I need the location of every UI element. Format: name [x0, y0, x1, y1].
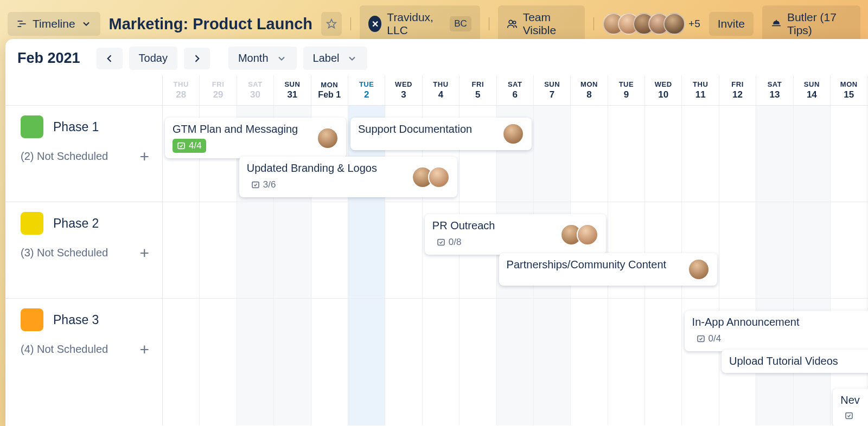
card-title: Support Documentation: [358, 123, 472, 135]
timeline-card[interactable]: Partnerships/Community Content: [499, 253, 717, 286]
board-title[interactable]: Marketing: Product Launch: [109, 15, 312, 33]
add-card-button[interactable]: +: [136, 344, 152, 355]
chevron-right-icon: [192, 53, 202, 64]
lane-color-swatch: [21, 212, 43, 235]
org-switcher[interactable]: Travidux, LLC BC: [360, 5, 480, 42]
day-column-header: MONFeb 1: [311, 75, 348, 105]
view-label: Timeline: [33, 17, 75, 30]
card-title: PR Outreach: [432, 220, 495, 232]
day-column-header: SUN7: [534, 75, 571, 105]
lane-header: Phase 2 (3) Not Scheduled +: [5, 202, 162, 299]
avatar[interactable]: [317, 127, 339, 149]
card-title: GTM Plan and Messaging: [173, 123, 298, 135]
day-header: THU28FRI29SAT30SUN31MONFeb 1TUE2WED3THU4…: [163, 75, 868, 106]
timeline-grid[interactable]: THU28FRI29SAT30SUN31MONFeb 1TUE2WED3THU4…: [163, 75, 868, 425]
card-title: Nev: [840, 394, 861, 406]
chevron-left-icon: [104, 53, 115, 64]
timeline-card[interactable]: Updated Branding & Logos3/6: [239, 157, 457, 197]
day-column-header: TUE9: [608, 75, 645, 105]
group-dropdown[interactable]: Label: [303, 47, 368, 70]
card-title: In-App Announcement: [692, 316, 800, 328]
card-avatars: [412, 166, 450, 188]
day-column-header: SUN14: [794, 75, 831, 105]
timeline-icon: [16, 18, 27, 29]
checklist-badge: 0/4: [692, 332, 726, 346]
svg-point-5: [513, 21, 515, 24]
day-column-header: THU28: [163, 75, 200, 105]
svg-point-4: [509, 20, 513, 24]
timeline-card[interactable]: Nev: [833, 389, 868, 425]
current-month-label: Feb 2021: [17, 50, 80, 67]
add-card-button[interactable]: +: [136, 248, 152, 259]
today-label: Today: [139, 52, 168, 64]
day-column-header: WED3: [385, 75, 422, 105]
zoom-label: Month: [238, 52, 269, 64]
timeline-card[interactable]: In-App Announcement0/4: [685, 311, 868, 351]
card-avatars: [502, 123, 524, 145]
lane-header: Phase 1 (2) Not Scheduled +: [5, 106, 162, 202]
divider: [350, 17, 351, 30]
day-column-header: MON8: [571, 75, 608, 105]
org-name: Travidux, LLC: [387, 11, 444, 37]
day-column-header: SAT30: [237, 75, 274, 105]
avatar[interactable]: [688, 259, 710, 280]
day-column-header: SAT13: [756, 75, 793, 105]
card-avatars: [560, 224, 598, 246]
checklist-badge: 0/8: [432, 235, 466, 249]
visibility-button[interactable]: Team Visible: [498, 5, 585, 42]
org-plan-chip: BC: [450, 16, 471, 31]
card-avatars: [317, 127, 339, 149]
lane-color-swatch: [21, 115, 43, 138]
lane-header: Phase 3 (4) Not Scheduled +: [5, 299, 162, 426]
today-button[interactable]: Today: [129, 47, 177, 70]
add-card-button[interactable]: +: [136, 151, 152, 162]
timeline-card[interactable]: Support Documentation: [350, 118, 532, 150]
avatar[interactable]: [502, 123, 524, 145]
not-scheduled-count[interactable]: (4) Not Scheduled: [21, 343, 108, 356]
avatar-overflow-count[interactable]: +5: [688, 18, 700, 30]
day-column-header: WED10: [645, 75, 682, 105]
checklist-badge: 3/6: [247, 178, 280, 192]
zoom-dropdown[interactable]: Month: [228, 47, 297, 70]
card-title: Upload Tutorial Videos: [729, 355, 838, 367]
divider: [489, 17, 489, 30]
day-column-header: SUN31: [274, 75, 311, 105]
chevron-down-icon: [276, 53, 287, 64]
star-icon: [326, 18, 337, 29]
timeline-card[interactable]: Upload Tutorial Videos: [722, 350, 868, 373]
butler-button[interactable]: Butler (17 Tips): [762, 5, 860, 42]
butler-icon: [771, 18, 782, 29]
avatar[interactable]: [577, 224, 598, 246]
day-column-header: SAT6: [497, 75, 534, 105]
lane-sidebar: Phase 1 (2) Not Scheduled + Phase 2 (3) …: [5, 75, 163, 425]
org-logo-icon: [368, 16, 381, 32]
card-avatars: [688, 259, 710, 280]
prev-button[interactable]: [97, 48, 123, 69]
day-column-header: TUE2: [348, 75, 385, 105]
day-column-header: MON15: [831, 75, 867, 105]
avatar[interactable]: [428, 166, 450, 188]
day-column-header: FRI5: [459, 75, 496, 105]
invite-label: Invite: [718, 17, 745, 30]
timeline-card[interactable]: PR Outreach0/8: [425, 214, 606, 255]
day-column-header: FRI29: [200, 75, 237, 105]
divider: [593, 17, 594, 30]
visibility-label: Team Visible: [523, 11, 577, 37]
card-title: Partnerships/Community Content: [507, 259, 667, 271]
timeline-card[interactable]: GTM Plan and Messaging4/4: [165, 118, 346, 158]
lane-name: Phase 2: [53, 216, 99, 231]
lane-name: Phase 3: [53, 313, 99, 327]
day-column-header: FRI12: [719, 75, 756, 105]
next-button[interactable]: [184, 48, 210, 69]
view-switcher[interactable]: Timeline: [8, 12, 100, 36]
group-label: Label: [313, 52, 340, 64]
avatar[interactable]: [663, 13, 685, 35]
not-scheduled-count[interactable]: (2) Not Scheduled: [21, 150, 108, 163]
star-button[interactable]: [321, 12, 342, 36]
member-avatars[interactable]: +5: [603, 13, 700, 35]
team-icon: [507, 18, 518, 29]
timeline-board: Feb 2021 Today Month Label: [5, 39, 868, 426]
day-column-header: THU4: [423, 75, 459, 105]
not-scheduled-count[interactable]: (3) Not Scheduled: [21, 247, 108, 259]
invite-button[interactable]: Invite: [709, 12, 754, 36]
